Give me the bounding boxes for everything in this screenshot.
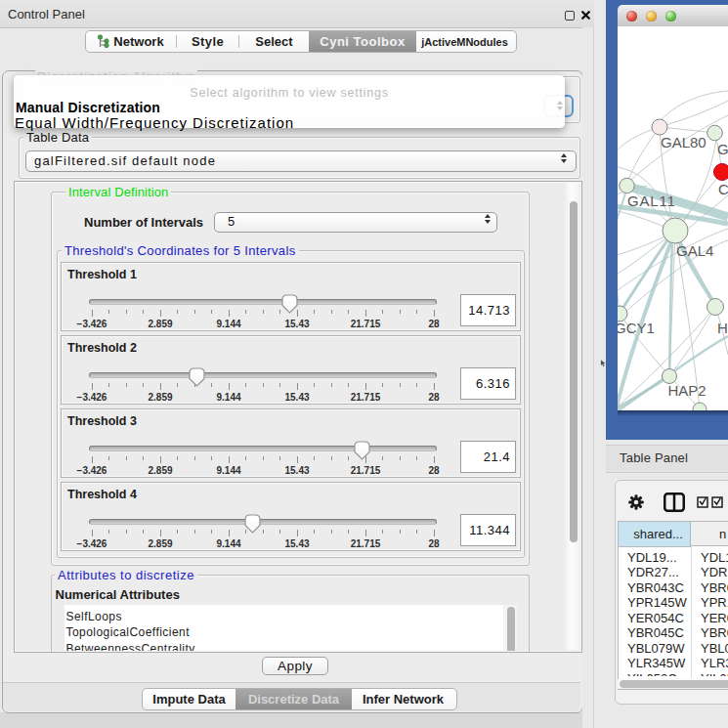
svg-text:GA: GA [717, 141, 728, 157]
svg-text:HI: HI [717, 320, 728, 336]
svg-text:HAP2: HAP2 [668, 382, 707, 399]
svg-text:GCY1: GCY1 [618, 320, 655, 336]
svg-text:GAL80: GAL80 [661, 134, 707, 150]
svg-text:C: C [718, 181, 728, 197]
svg-text:GAL11: GAL11 [627, 193, 676, 209]
svg-text:GAL4: GAL4 [676, 242, 713, 259]
